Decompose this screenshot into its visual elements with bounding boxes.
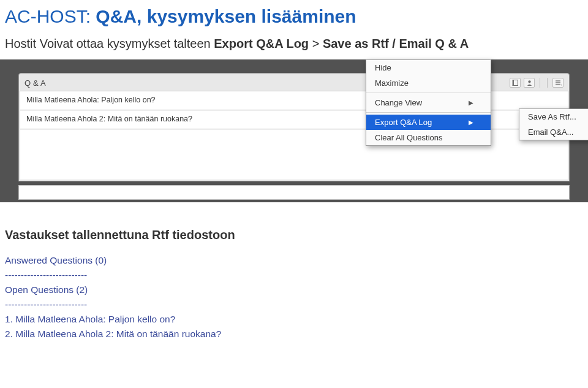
subheading-mid: >: [309, 37, 323, 50]
person-icon[interactable]: [524, 78, 535, 88]
menu-icon[interactable]: [552, 78, 564, 88]
subheading-bold-a: Export Q&A Log: [214, 37, 309, 50]
heading-bold: Q&A, kysymyksen lisääminen: [96, 6, 356, 26]
screenshot-container: Q & A Milla Matleena Ahola: Paljon kello…: [0, 59, 588, 202]
menu-item-label: Maximize: [375, 78, 409, 88]
menu-item-label: Export Q&A Log: [375, 118, 432, 127]
submenu-arrow-icon: ▶: [469, 119, 473, 126]
svg-marker-6: [561, 85, 562, 86]
subheading-text: Hostit Voivat ottaa kysymykset talteen: [5, 37, 214, 50]
rtf-line: Open Questions (2): [5, 283, 583, 297]
menu-item-maximize[interactable]: Maximize: [366, 75, 491, 91]
svg-rect-1: [513, 80, 518, 85]
rtf-line: 1. Milla Matleena Ahola: Paljon kello on…: [5, 312, 583, 327]
submenu-item-email-qa[interactable]: Email Q&A...: [519, 124, 588, 140]
rtf-line: --------------------------: [5, 297, 583, 312]
panel-options-menu: Hide Maximize Change View▶ Export Q&A Lo…: [366, 59, 491, 146]
titlebar-separator: [540, 78, 540, 88]
titlebar-separator-2: [547, 78, 548, 88]
menu-item-clear-all[interactable]: Clear All Questions: [366, 130, 491, 145]
page-heading: AC-HOST: Q&A, kysymyksen lisääminen: [0, 0, 588, 29]
menu-item-hide[interactable]: Hide: [366, 60, 491, 75]
rtf-line: Answered Questions (0): [5, 253, 583, 268]
menu-separator: [366, 93, 491, 93]
menu-item-change-view[interactable]: Change View▶: [366, 95, 491, 110]
titlebar-controls: [510, 78, 564, 88]
submenu-arrow-icon: ▶: [469, 99, 473, 106]
rtf-caption: Vastaukset tallennettuna Rtf tiedostoon: [0, 202, 588, 253]
qa-input-area[interactable]: [18, 185, 570, 200]
menu-item-export-qa-log[interactable]: Export Q&A Log▶: [366, 115, 491, 130]
export-submenu: Save As Rtf... Email Q&A...: [519, 108, 588, 140]
rtf-output: Answered Questions (0) -----------------…: [0, 253, 588, 341]
menu-item-label: Save As Rtf...: [528, 112, 576, 121]
svg-point-2: [528, 80, 530, 83]
page-subheading: Hostit Voivat ottaa kysymykset talteen E…: [0, 29, 588, 59]
subheading-bold-b: Save as Rtf / Email Q & A: [323, 37, 469, 50]
submenu-item-save-rtf[interactable]: Save As Rtf...: [519, 109, 588, 124]
page-icon[interactable]: [510, 78, 521, 88]
menu-item-label: Hide: [375, 63, 391, 72]
menu-item-label: Clear All Questions: [375, 133, 443, 142]
menu-separator: [366, 112, 491, 113]
rtf-line: --------------------------: [5, 268, 583, 283]
rtf-line: 2. Milla Matleena Ahola 2: Mitä on tänää…: [5, 327, 583, 341]
menu-item-label: Email Q&A...: [528, 127, 573, 137]
menu-item-label: Change View: [375, 98, 422, 107]
heading-prefix: AC-HOST:: [5, 6, 96, 26]
